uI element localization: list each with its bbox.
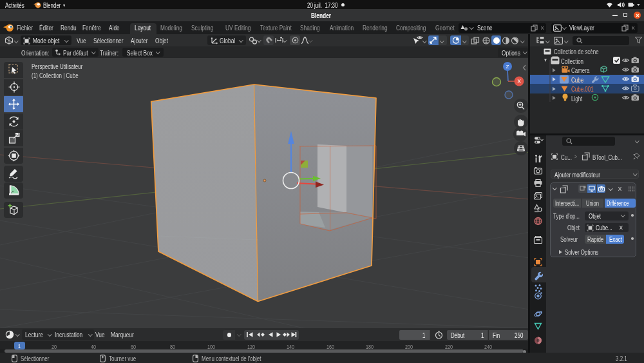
svg-text:Z: Z [506, 64, 509, 70]
svg-text:X: X [517, 78, 521, 84]
